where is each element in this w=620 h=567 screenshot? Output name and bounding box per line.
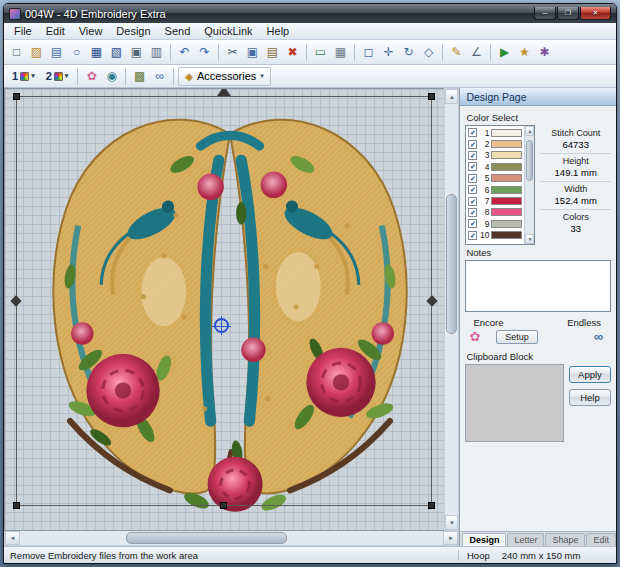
statusbar: Remove Embroidery files from the work ar… xyxy=(4,546,616,563)
menu-item-file[interactable]: File xyxy=(8,24,38,38)
scroll-track[interactable] xyxy=(445,104,458,515)
chevron-down-icon: ▾ xyxy=(65,72,69,80)
color-swatch xyxy=(491,163,522,171)
close-button[interactable]: ✕ xyxy=(580,7,611,20)
color-row[interactable]: ✔8 xyxy=(467,207,523,218)
menu-item-view[interactable]: View xyxy=(73,24,109,38)
work-area-canvas[interactable] xyxy=(4,88,444,531)
pencil-icon[interactable]: ✎ xyxy=(447,43,466,62)
design-player-icon[interactable]: ▶ xyxy=(495,43,514,62)
color-visible-checkbox[interactable]: ✔ xyxy=(468,219,477,228)
scroll-up-icon[interactable]: ▲ xyxy=(445,89,458,104)
accessories-dropdown[interactable]: ◆ Accessories ▾ xyxy=(178,67,271,86)
color-number: 3 xyxy=(479,150,489,160)
rotate-icon[interactable]: ↻ xyxy=(399,43,418,62)
scroll-thumb[interactable] xyxy=(526,140,533,181)
color-list-scrollbar[interactable]: ▲ ▼ xyxy=(524,126,534,244)
scroll-up-icon[interactable]: ▲ xyxy=(525,126,534,136)
color-visible-checkbox[interactable]: ✔ xyxy=(468,208,477,217)
titlebar[interactable]: 004W - 4D Embroidery Extra ─ ❐ ✕ xyxy=(4,4,616,23)
save-icon[interactable]: ▦ xyxy=(87,43,106,62)
scroll-left-icon[interactable]: ◄ xyxy=(5,531,20,545)
scroll-thumb[interactable] xyxy=(126,532,287,544)
menu-item-help[interactable]: Help xyxy=(261,24,296,38)
color-change-2-button[interactable]: 2 ▾ xyxy=(41,67,74,86)
chevron-down-icon: ▾ xyxy=(260,72,264,80)
print-setup-icon[interactable]: ▥ xyxy=(147,43,166,62)
color-visible-checkbox[interactable]: ✔ xyxy=(468,162,477,171)
color-visible-checkbox[interactable]: ✔ xyxy=(468,197,477,206)
print-icon[interactable]: ▣ xyxy=(127,43,146,62)
color-visible-checkbox[interactable]: ✔ xyxy=(468,128,477,137)
color-row[interactable]: ✔10 xyxy=(467,230,523,241)
scroll-down-icon[interactable]: ▼ xyxy=(445,515,458,530)
menu-item-send[interactable]: Send xyxy=(159,24,197,38)
scroll-track[interactable] xyxy=(20,531,443,545)
color-select-list[interactable]: ✔1✔2✔3✔4✔5✔6✔7✔8✔9✔10 ▲ ▼ xyxy=(465,125,535,245)
color-sort-icon[interactable]: ✿ xyxy=(82,67,101,86)
zoom-bar-icon[interactable]: ○ xyxy=(67,43,86,62)
color-visible-checkbox[interactable]: ✔ xyxy=(468,151,477,160)
thread-spool-icon[interactable]: ◉ xyxy=(102,67,121,86)
minimize-button[interactable]: ─ xyxy=(534,7,556,20)
grid-icon[interactable]: ▦ xyxy=(331,43,350,62)
scroll-thumb[interactable] xyxy=(446,194,457,334)
hoop-icon[interactable]: ▭ xyxy=(311,43,330,62)
window-title: 004W - 4D Embroidery Extra xyxy=(25,8,166,20)
encore-icon[interactable]: ✿ xyxy=(469,329,480,344)
wizard-icon[interactable]: ✱ xyxy=(535,43,554,62)
tab-design[interactable]: Design xyxy=(462,533,506,546)
color-row[interactable]: ✔6 xyxy=(467,184,523,195)
color-change-1-label: 1 xyxy=(12,70,18,82)
scroll-down-icon[interactable]: ▼ xyxy=(525,234,534,244)
redo-icon[interactable]: ↷ xyxy=(195,43,214,62)
undo-icon[interactable]: ↶ xyxy=(175,43,194,62)
color-row[interactable]: ✔9 xyxy=(467,218,523,229)
menu-item-edit[interactable]: Edit xyxy=(40,24,71,38)
color-row[interactable]: ✔5 xyxy=(467,173,523,184)
color-row[interactable]: ✔3 xyxy=(467,150,523,161)
color-row[interactable]: ✔1 xyxy=(467,127,523,138)
setup-button[interactable]: Setup xyxy=(496,330,538,344)
endless-icon[interactable]: ∞ xyxy=(594,329,603,344)
paste-icon[interactable]: ▤ xyxy=(263,43,282,62)
measure-icon[interactable]: ∠ xyxy=(467,43,486,62)
design-center-marker[interactable] xyxy=(214,318,229,333)
save-as-icon[interactable]: ▧ xyxy=(107,43,126,62)
notes-field[interactable] xyxy=(465,260,611,312)
menu-item-design[interactable]: Design xyxy=(110,24,156,38)
color-change-1-button[interactable]: 1 ▾ xyxy=(7,67,40,86)
embroidery-design[interactable] xyxy=(11,93,444,521)
help-button[interactable]: Help xyxy=(569,389,611,406)
binoculars-icon[interactable]: ∞ xyxy=(150,67,169,86)
canvas-horizontal-scrollbar[interactable]: ◄ ► xyxy=(4,531,459,546)
scroll-right-icon[interactable]: ► xyxy=(443,531,458,545)
color-row[interactable]: ✔7 xyxy=(467,195,523,206)
cut-icon[interactable]: ✂ xyxy=(223,43,242,62)
maximize-button[interactable]: ❐ xyxy=(557,7,579,20)
color-visible-checkbox[interactable]: ✔ xyxy=(468,140,477,149)
box-select-icon[interactable]: ◻ xyxy=(359,43,378,62)
scroll-track[interactable] xyxy=(525,136,534,234)
apply-button[interactable]: Apply xyxy=(569,366,611,383)
color-row[interactable]: ✔2 xyxy=(467,138,523,149)
color-visible-checkbox[interactable]: ✔ xyxy=(468,185,477,194)
canvas-vertical-scrollbar[interactable]: ▲ ▼ xyxy=(444,88,459,531)
stat-height: Height149.1 mm xyxy=(540,154,611,182)
fabric-wizard-icon[interactable]: ▩ xyxy=(130,67,149,86)
open-design-icon[interactable]: ▨ xyxy=(27,43,46,62)
copy-icon[interactable]: ▣ xyxy=(243,43,262,62)
move-icon[interactable]: ✛ xyxy=(379,43,398,62)
view-designs-icon[interactable]: ▤ xyxy=(47,43,66,62)
menu-item-quicklink[interactable]: QuickLink xyxy=(198,24,258,38)
color-visible-checkbox[interactable]: ✔ xyxy=(468,231,477,240)
tab-edit[interactable]: Edit xyxy=(586,533,616,546)
color-row[interactable]: ✔4 xyxy=(467,161,523,172)
tab-letter[interactable]: Letter xyxy=(507,533,544,546)
life-view-icon[interactable]: ★ xyxy=(515,43,534,62)
delete-icon[interactable]: ✖ xyxy=(283,43,302,62)
color-visible-checkbox[interactable]: ✔ xyxy=(468,174,477,183)
resize-icon[interactable]: ◇ xyxy=(419,43,438,62)
tab-shape[interactable]: Shape xyxy=(545,533,585,546)
new-design-icon[interactable]: □ xyxy=(7,43,26,62)
